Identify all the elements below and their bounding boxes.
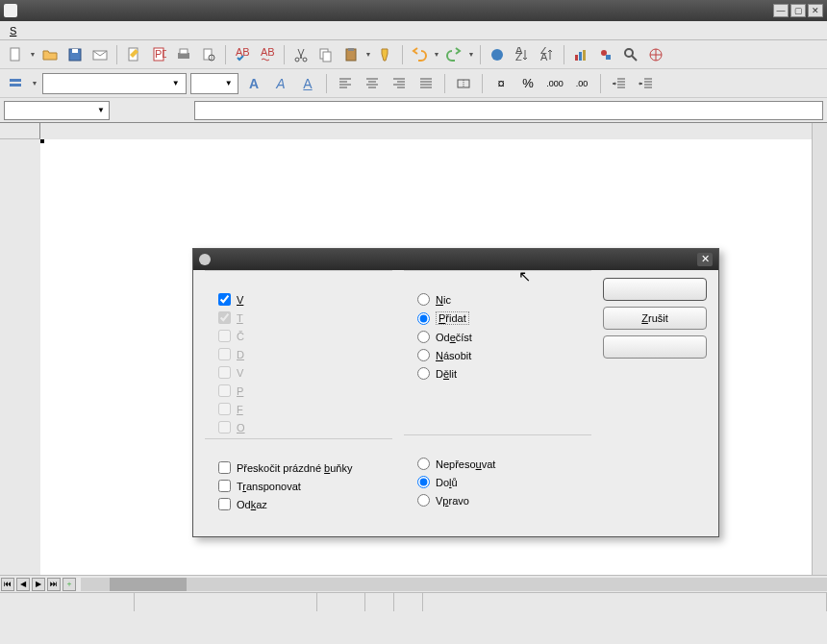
remove-decimal-button[interactable]: .00: [570, 72, 593, 95]
maximize-button[interactable]: ▢: [790, 4, 806, 17]
cancel-button[interactable]: Zrušit: [603, 307, 707, 330]
status-mode[interactable]: [317, 593, 365, 611]
font-size-input[interactable]: [195, 78, 224, 89]
opt-odkaz[interactable]: Odkaz: [205, 495, 392, 513]
formula-input[interactable]: [194, 101, 823, 120]
corner-box[interactable]: [0, 123, 40, 139]
navigator-button[interactable]: [644, 43, 667, 66]
print-button[interactable]: [172, 43, 195, 66]
row-headers: [0, 123, 40, 575]
decrease-indent-button[interactable]: [608, 72, 631, 95]
group-vyber: V T Č D V P F O: [205, 270, 392, 436]
vertical-scrollbar[interactable]: [812, 123, 827, 575]
increase-indent-button[interactable]: [635, 72, 658, 95]
svg-rect-0: [11, 48, 19, 61]
styles-button[interactable]: [4, 72, 27, 95]
opt-vpravo[interactable]: Vpravo: [404, 491, 591, 509]
open-button[interactable]: [38, 43, 62, 66]
undo-dropdown[interactable]: ▼: [433, 51, 440, 58]
opt-preskocit[interactable]: Přeskočit prázdné buňky: [205, 458, 392, 477]
tab-last-button[interactable]: ⏭: [47, 578, 61, 591]
opt-nic[interactable]: Nic: [404, 290, 591, 309]
new-doc-button[interactable]: [4, 43, 27, 66]
opt-nasobit[interactable]: Násobit: [404, 346, 591, 364]
sort-desc-button[interactable]: ZA: [536, 43, 559, 66]
spellcheck-button[interactable]: ABC: [231, 43, 254, 66]
menu-zobrazit[interactable]: [34, 29, 45, 33]
align-center-button[interactable]: [361, 72, 384, 95]
tab-next-button[interactable]: ▶: [32, 578, 45, 591]
currency-button[interactable]: ¤: [489, 72, 513, 95]
menu-format[interactable]: [57, 29, 68, 33]
help-button[interactable]: [603, 335, 707, 359]
font-name-combo[interactable]: ▼: [42, 73, 187, 94]
undo-button[interactable]: [408, 43, 431, 66]
paste-button[interactable]: [339, 43, 363, 66]
export-pdf-button[interactable]: PDF: [147, 43, 170, 66]
show-draw-button[interactable]: [594, 43, 617, 66]
ok-button[interactable]: [603, 278, 707, 301]
opt-odecist[interactable]: Odečíst: [404, 328, 591, 346]
sort-asc-button[interactable]: AZ: [511, 43, 534, 66]
formatting-toolbar: ▼ ▼ ▼ A A A ¤ % .000 .00: [0, 69, 827, 98]
minimize-button[interactable]: —: [773, 4, 789, 17]
hyperlink-button[interactable]: [486, 43, 509, 66]
new-doc-dropdown[interactable]: ▼: [29, 51, 37, 58]
close-button[interactable]: ✕: [808, 4, 823, 17]
paste-dropdown[interactable]: ▼: [364, 51, 372, 58]
font-size-combo[interactable]: ▼: [190, 73, 238, 94]
print-preview-button[interactable]: [197, 43, 220, 66]
auto-spellcheck-button[interactable]: ABC: [256, 43, 279, 66]
menu-nastroje[interactable]: [68, 29, 80, 33]
dialog-titlebar[interactable]: ✕: [193, 249, 718, 270]
tab-prev-button[interactable]: ◀: [16, 578, 30, 591]
format-paint-button[interactable]: [374, 43, 397, 66]
edit-doc-button[interactable]: [122, 43, 145, 66]
menu-okno[interactable]: [91, 29, 103, 33]
italic-button[interactable]: A: [269, 72, 292, 95]
align-right-button[interactable]: [388, 72, 411, 95]
redo-button[interactable]: [442, 43, 465, 66]
menu-data[interactable]: [80, 29, 91, 33]
copy-button[interactable]: [314, 43, 338, 66]
chart-button[interactable]: [569, 43, 592, 66]
menu-napoveda[interactable]: [103, 29, 114, 33]
align-justify-button[interactable]: [414, 72, 438, 95]
font-name-input[interactable]: [47, 78, 169, 89]
cut-button[interactable]: [289, 43, 313, 66]
opt-dolu[interactable]: Dolů: [404, 473, 591, 491]
svg-point-19: [491, 49, 503, 61]
svg-rect-16: [323, 52, 331, 62]
menu-upravy[interactable]: [22, 29, 34, 33]
email-button[interactable]: [88, 43, 112, 66]
add-decimal-button[interactable]: .000: [543, 72, 566, 95]
menu-soubor[interactable]: S: [4, 23, 22, 38]
underline-button[interactable]: A: [296, 72, 319, 95]
save-button[interactable]: [63, 43, 87, 66]
styles-dropdown[interactable]: ▼: [31, 80, 38, 87]
bold-button[interactable]: A: [242, 72, 265, 95]
menu-vlozit[interactable]: [45, 29, 57, 33]
group-operace: Nic Přidat Odečíst Násobit Dělit: [404, 270, 591, 383]
redo-dropdown[interactable]: ▼: [467, 51, 475, 58]
status-insert: [365, 593, 394, 611]
opt-nepresouvat[interactable]: Nepřesouvat: [404, 455, 591, 473]
add-sheet-button[interactable]: ＋: [63, 578, 76, 591]
dialog-close-button[interactable]: ✕: [697, 253, 713, 266]
opt-transponovat[interactable]: Transponovat: [205, 477, 392, 495]
chevron-down-icon[interactable]: ▼: [224, 79, 234, 87]
tab-first-button[interactable]: ⏮: [1, 578, 14, 591]
opt-delit[interactable]: Dělit: [404, 364, 591, 383]
find-button[interactable]: [619, 43, 642, 66]
merge-cells-button[interactable]: [452, 72, 475, 95]
percent-button[interactable]: %: [516, 72, 539, 95]
status-sum[interactable]: [423, 593, 827, 611]
horizontal-scrollbar[interactable]: [81, 578, 827, 591]
align-left-button[interactable]: [334, 72, 357, 95]
opt-vlozit-vse[interactable]: V: [205, 290, 392, 309]
chevron-down-icon[interactable]: ▼: [97, 106, 105, 114]
opt-pridat[interactable]: Přidat: [404, 309, 591, 328]
svg-rect-26: [583, 50, 586, 61]
cell-reference-box[interactable]: ▼: [4, 101, 110, 120]
chevron-down-icon[interactable]: ▼: [169, 79, 182, 87]
